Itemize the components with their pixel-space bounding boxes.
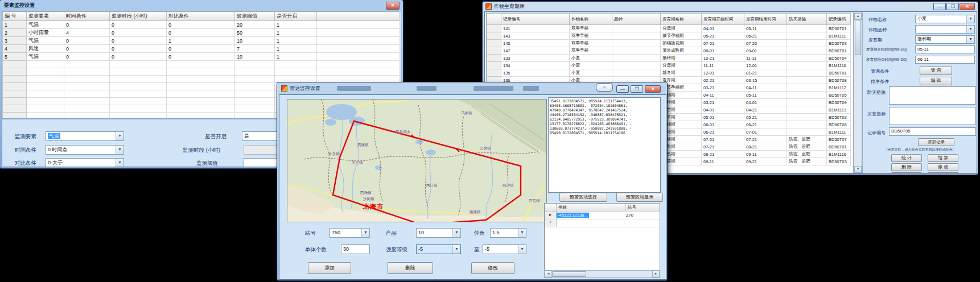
record-id-input[interactable]: BD50T05 bbox=[889, 127, 976, 136]
crop-variety-select[interactable]: ▾ bbox=[915, 25, 975, 34]
col-header[interactable]: 是否开启 bbox=[275, 12, 317, 21]
intensity-to-select[interactable]: -5 ▾ bbox=[483, 244, 526, 254]
indicator-input[interactable] bbox=[889, 107, 976, 125]
time-condition-select[interactable]: 0 时间点 ▾ bbox=[46, 145, 124, 155]
col-header[interactable]: 监测要素 bbox=[27, 12, 64, 21]
measure-input[interactable] bbox=[889, 86, 976, 105]
table-row[interactable]: 5气温000101 bbox=[3, 53, 400, 61]
show-warning-area-button[interactable]: 预警区域显示 bbox=[616, 193, 663, 202]
scroll-up-icon[interactable]: ▲ bbox=[854, 13, 862, 20]
table-row[interactable]: 2小时雨量400501 bbox=[3, 29, 400, 37]
query-button[interactable]: 查 询 bbox=[920, 67, 952, 75]
maximize-icon[interactable]: ❐ bbox=[946, 3, 959, 10]
table-row[interactable] bbox=[3, 76, 400, 83]
col-header[interactable]: 监测阈值 bbox=[235, 12, 275, 21]
growth-period-select[interactable]: 播种期 ▾ bbox=[915, 35, 975, 44]
delete-area-button[interactable]: 删除 bbox=[388, 262, 433, 274]
col-header[interactable]: 监测时段 (小时) bbox=[110, 12, 167, 21]
chevron-down-icon[interactable]: ▾ bbox=[116, 146, 123, 154]
scroll-thumb[interactable] bbox=[552, 271, 586, 277]
chevron-down-icon[interactable]: ▾ bbox=[518, 229, 526, 237]
export-button[interactable]: 导 出 bbox=[928, 172, 958, 174]
minimize-icon[interactable]: — bbox=[616, 85, 629, 93]
chevron-down-icon[interactable]: ▾ bbox=[361, 229, 369, 237]
col-header[interactable]: 发育期结束时间 bbox=[744, 14, 787, 25]
table-row[interactable]: 1气温000201 bbox=[3, 21, 400, 29]
chevron-down-icon[interactable]: ▾ bbox=[452, 229, 460, 237]
area-grid-row[interactable]: ► -45122.12238... Z70 bbox=[545, 212, 660, 219]
map-canvas[interactable]: 北海市 乌家镇星岛湖乡石康镇常乐镇党江镇公馆镇闸口镇白沙镇西场镇沙岗镇南康镇营盘… bbox=[287, 99, 547, 222]
stats-button[interactable]: 统 计 bbox=[891, 154, 922, 162]
modify-button[interactable]: 修 改 bbox=[928, 163, 958, 171]
col-header[interactable]: 发育期名称 bbox=[661, 14, 702, 25]
station-select[interactable]: 750 ▾ bbox=[330, 228, 370, 238]
scroll-right-icon[interactable]: ► bbox=[652, 271, 660, 277]
table-row[interactable]: 3气温001101 bbox=[3, 37, 400, 45]
product-select[interactable]: 10 ▾ bbox=[416, 228, 461, 238]
col-header[interactable]: 记录编号 bbox=[501, 14, 570, 25]
table-row[interactable]: 4风速00071 bbox=[3, 45, 400, 53]
titlebar-element-monitor[interactable]: 要素监控设置 ✕ bbox=[0, 0, 403, 10]
maximize-icon[interactable]: ❐ bbox=[631, 85, 643, 93]
delete-button[interactable]: 删 除 bbox=[891, 163, 922, 171]
period-start-input[interactable]: 05-11 bbox=[915, 45, 975, 53]
table-row[interactable]: 135小麦越冬期12-0101-21BD50T01 bbox=[487, 69, 851, 77]
table-row[interactable]: 147双季早稻灌浆成熟期08-0109-01BD50T01 bbox=[487, 47, 851, 55]
chevron-down-icon[interactable]: ▾ bbox=[116, 159, 123, 167]
chevron-down-icon[interactable]: ▾ bbox=[116, 132, 123, 140]
col-header[interactable]: 坐标 bbox=[557, 204, 626, 211]
add-button[interactable]: 增 加 bbox=[928, 154, 958, 162]
area-grid[interactable]: 坐标 站号 ► -45122.12238... Z70 * bbox=[544, 203, 660, 271]
chevron-down-icon[interactable]: ▾ bbox=[966, 36, 974, 43]
col-header[interactable] bbox=[317, 12, 400, 21]
scroll-down-icon[interactable]: ▼ bbox=[854, 166, 862, 173]
elevation-select[interactable]: 1.5 ▾ bbox=[490, 228, 526, 238]
add-area-button[interactable]: 添加 bbox=[308, 262, 351, 274]
col-header[interactable]: 编 号 bbox=[3, 12, 27, 21]
chevron-down-icon[interactable]: ▾ bbox=[518, 245, 526, 254]
col-header[interactable]: 站号 bbox=[626, 204, 660, 211]
col-header[interactable]: 记录编码 bbox=[827, 14, 851, 25]
scroll-left-icon[interactable]: ◄ bbox=[545, 271, 552, 277]
area-grid-scrollbar[interactable]: ◄ ► bbox=[544, 270, 660, 278]
table-row[interactable]: 134小麦分蘖期11-1112-01B1M1116 bbox=[487, 62, 851, 69]
col-header[interactable]: 时间条件 bbox=[64, 12, 110, 21]
chevron-down-icon[interactable]: ▾ bbox=[966, 15, 974, 23]
table-row[interactable]: 145双季早稻抽穗扬花期07-0107-20BD50T03 bbox=[487, 40, 851, 47]
area-grid-new-row[interactable]: * bbox=[545, 219, 660, 227]
col-header[interactable]: 对比条件 bbox=[167, 12, 235, 21]
minimize-icon[interactable]: — bbox=[933, 3, 946, 10]
monitor-element-select[interactable]: 气温 ▾ bbox=[46, 131, 124, 141]
chevron-down-icon[interactable]: ▾ bbox=[452, 245, 460, 254]
close-icon[interactable]: ✕ bbox=[645, 85, 661, 93]
table-row[interactable]: 141双季早稻分蘖期04-0105-11BD50T01 bbox=[487, 25, 851, 32]
cell-count-input[interactable]: 30 bbox=[341, 244, 370, 254]
col-header[interactable]: 品种 bbox=[612, 14, 661, 25]
scroll-thumb[interactable] bbox=[855, 20, 861, 55]
resize-icon[interactable]: ⇔ bbox=[596, 83, 613, 92]
import-button[interactable]: 导 入 bbox=[891, 172, 922, 174]
crop-name-select[interactable]: 小麦 ▾ bbox=[915, 15, 975, 23]
compare-condition-select[interactable]: 0-大于 ▾ bbox=[46, 158, 124, 167]
modify-area-button[interactable]: 修改 bbox=[471, 262, 514, 274]
col-header[interactable]: 作物名称 bbox=[570, 14, 612, 25]
crop-table-scrollbar[interactable]: ▲ ▼ bbox=[854, 13, 862, 173]
titlebar-crop-db[interactable]: 作物生育期库 — ❐ ✕ bbox=[483, 2, 978, 11]
titlebar-radar[interactable]: 雷达监控设置 ⇔ — ❐ ✕ bbox=[277, 82, 667, 94]
close-icon[interactable]: ✕ bbox=[960, 3, 975, 10]
edit-button[interactable]: 编 辑 bbox=[920, 77, 952, 85]
table-row[interactable]: 143双季早稻拔节孕穗期05-2106-21B1M1111 bbox=[487, 32, 851, 40]
col-header[interactable]: 发育期开始时间 bbox=[702, 14, 744, 25]
table-row[interactable] bbox=[3, 61, 400, 68]
select-warning-area-button[interactable]: 预警区域选择 bbox=[559, 193, 607, 202]
col-header[interactable]: 防灾措施 bbox=[787, 14, 827, 25]
col-header[interactable] bbox=[487, 14, 501, 25]
chevron-down-icon[interactable]: ▾ bbox=[966, 26, 974, 33]
table-row[interactable] bbox=[3, 68, 400, 76]
close-icon[interactable]: ✕ bbox=[386, 2, 400, 10]
add-record-button[interactable]: 添加记录 bbox=[918, 138, 954, 146]
intensity-select[interactable]: -5 ▾ bbox=[416, 244, 461, 254]
polygon-coordinates-textarea[interactable]: 35491.0172034571, 905914.1131754413, 634… bbox=[548, 97, 661, 193]
table-row[interactable]: 133小麦播种期10-2111-11BD50T04 bbox=[487, 55, 851, 62]
period-end-input[interactable]: 06-11 bbox=[915, 56, 975, 64]
